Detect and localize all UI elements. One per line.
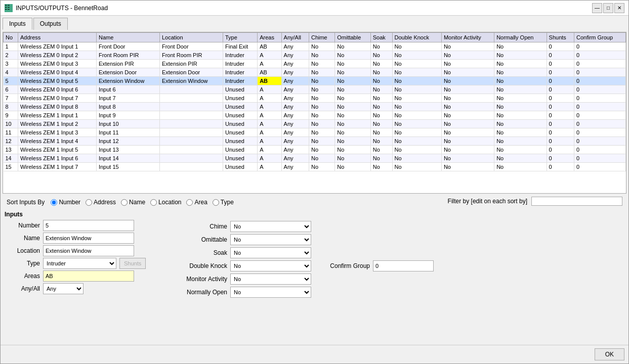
table-cell[interactable]: No: [441, 154, 494, 163]
table-row[interactable]: 8Wireless ZEM 0 Input 8Input 8UnusedAAny…: [4, 103, 626, 111]
table-cell[interactable]: 0: [547, 85, 574, 94]
table-cell[interactable]: Any: [281, 137, 309, 146]
table-cell[interactable]: Any: [281, 120, 309, 128]
table-cell[interactable]: No: [494, 51, 547, 60]
table-cell[interactable]: Wireless ZEM 0 Input 8: [18, 103, 96, 111]
table-cell[interactable]: No: [335, 154, 370, 163]
table-cell[interactable]: 0: [574, 111, 625, 120]
table-cell[interactable]: No: [494, 68, 547, 77]
table-cell[interactable]: 12: [4, 137, 18, 146]
table-cell[interactable]: No: [441, 60, 494, 68]
table-cell[interactable]: No: [370, 137, 392, 146]
table-row[interactable]: 11Wireless ZEM 1 Input 3Input 11UnusedAA…: [4, 128, 626, 137]
table-cell[interactable]: No: [335, 103, 370, 111]
table-cell[interactable]: Wireless ZEM 0 Input 4: [18, 68, 96, 77]
table-cell[interactable]: 0: [547, 163, 574, 171]
table-cell[interactable]: [159, 154, 223, 163]
table-cell[interactable]: 0: [574, 42, 625, 51]
table-cell[interactable]: A: [258, 51, 281, 60]
table-cell[interactable]: 0: [547, 51, 574, 60]
table-cell[interactable]: Input 10: [96, 120, 159, 128]
table-cell[interactable]: No: [335, 163, 370, 171]
table-cell[interactable]: Any: [281, 146, 309, 154]
table-cell[interactable]: No: [309, 51, 334, 60]
table-cell[interactable]: Unused: [223, 137, 258, 146]
soak-select[interactable]: No Yes: [230, 247, 311, 258]
table-cell[interactable]: A: [258, 103, 281, 111]
table-cell[interactable]: Wireless ZEM 0 Input 3: [18, 60, 96, 68]
table-cell[interactable]: 0: [574, 85, 625, 94]
table-cell[interactable]: 0: [574, 68, 625, 77]
table-cell[interactable]: No: [494, 60, 547, 68]
table-cell[interactable]: 0: [574, 146, 625, 154]
table-cell[interactable]: No: [494, 77, 547, 85]
table-cell[interactable]: No: [441, 128, 494, 137]
sort-area[interactable]: Area: [186, 199, 207, 206]
number-input[interactable]: [43, 220, 134, 231]
table-cell[interactable]: No: [392, 42, 441, 51]
table-cell[interactable]: Intruder: [223, 77, 258, 85]
table-cell[interactable]: 0: [574, 51, 625, 60]
table-cell[interactable]: No: [441, 120, 494, 128]
table-cell[interactable]: Any: [281, 51, 309, 60]
table-cell[interactable]: No: [494, 163, 547, 171]
table-cell[interactable]: No: [494, 42, 547, 51]
table-cell[interactable]: No: [335, 94, 370, 103]
table-cell[interactable]: No: [392, 163, 441, 171]
table-cell[interactable]: 0: [547, 120, 574, 128]
filter-input[interactable]: [531, 197, 622, 206]
table-cell[interactable]: A: [258, 111, 281, 120]
table-cell[interactable]: No: [392, 137, 441, 146]
table-cell[interactable]: 7: [4, 94, 18, 103]
shunts-button[interactable]: Shunts: [119, 258, 146, 269]
table-row[interactable]: 4Wireless ZEM 0 Input 4Extension DoorExt…: [4, 68, 626, 77]
table-cell[interactable]: 0: [574, 94, 625, 103]
table-cell[interactable]: 15: [4, 163, 18, 171]
table-cell[interactable]: [159, 85, 223, 94]
sort-address[interactable]: Address: [86, 199, 116, 206]
table-row[interactable]: 3Wireless ZEM 0 Input 3Extension PIRExte…: [4, 60, 626, 68]
table-cell[interactable]: A: [258, 120, 281, 128]
table-cell[interactable]: Any: [281, 68, 309, 77]
table-cell[interactable]: No: [309, 146, 334, 154]
table-cell[interactable]: Any: [281, 111, 309, 120]
table-cell[interactable]: A: [258, 146, 281, 154]
table-cell[interactable]: Wireless ZEM 1 Input 3: [18, 128, 96, 137]
table-cell[interactable]: Wireless ZEM 1 Input 5: [18, 146, 96, 154]
table-cell[interactable]: No: [441, 68, 494, 77]
table-cell[interactable]: AB: [258, 68, 281, 77]
table-cell[interactable]: No: [309, 154, 334, 163]
table-cell[interactable]: 0: [547, 111, 574, 120]
maximize-button[interactable]: □: [603, 3, 613, 13]
table-cell[interactable]: 0: [547, 146, 574, 154]
normallyopen-select[interactable]: No Yes: [230, 287, 311, 298]
table-cell[interactable]: 8: [4, 103, 18, 111]
table-cell[interactable]: No: [335, 111, 370, 120]
table-cell[interactable]: Input 9: [96, 111, 159, 120]
table-cell[interactable]: No: [335, 42, 370, 51]
table-cell[interactable]: Extension PIR: [159, 60, 223, 68]
table-cell[interactable]: No: [335, 60, 370, 68]
table-cell[interactable]: No: [309, 60, 334, 68]
table-cell[interactable]: 0: [574, 154, 625, 163]
table-row[interactable]: 5Wireless ZEM 0 Input 5Extension WindowE…: [4, 77, 626, 85]
table-cell[interactable]: Any: [281, 154, 309, 163]
table-cell[interactable]: [159, 128, 223, 137]
table-cell[interactable]: [159, 137, 223, 146]
table-cell[interactable]: No: [441, 111, 494, 120]
table-cell[interactable]: 0: [547, 103, 574, 111]
sort-location[interactable]: Location: [150, 199, 181, 206]
table-cell[interactable]: Input 12: [96, 137, 159, 146]
table-cell[interactable]: No: [441, 94, 494, 103]
table-cell[interactable]: Any: [281, 103, 309, 111]
table-cell[interactable]: No: [309, 68, 334, 77]
table-cell[interactable]: Extension Window: [96, 77, 159, 85]
table-cell[interactable]: Unused: [223, 163, 258, 171]
table-cell[interactable]: Extension PIR: [96, 60, 159, 68]
table-cell[interactable]: No: [370, 120, 392, 128]
table-cell[interactable]: Wireless ZEM 0 Input 6: [18, 85, 96, 94]
table-cell[interactable]: No: [370, 146, 392, 154]
table-cell[interactable]: AB: [258, 77, 281, 85]
table-cell[interactable]: [159, 163, 223, 171]
table-cell[interactable]: No: [370, 128, 392, 137]
